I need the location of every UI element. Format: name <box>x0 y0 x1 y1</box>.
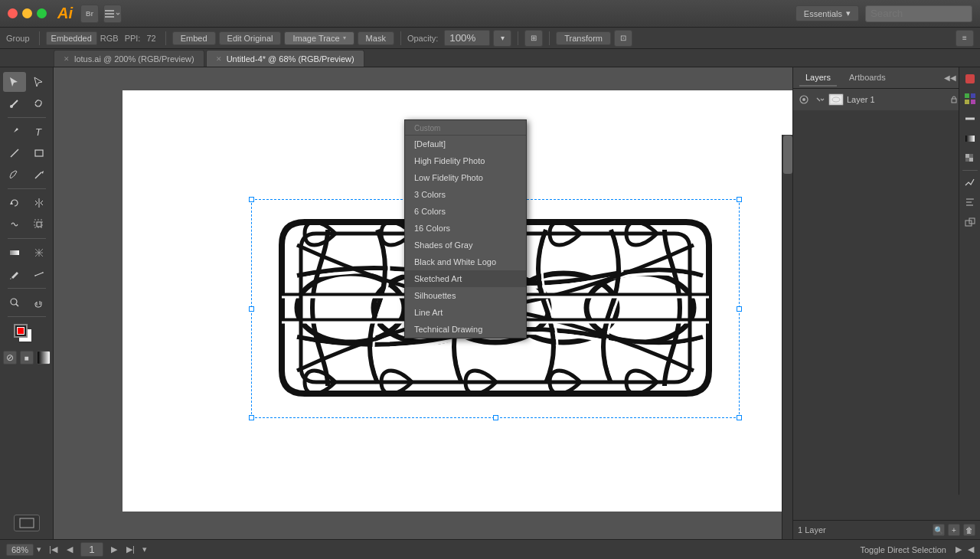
embed-button[interactable]: Embed <box>172 31 216 45</box>
layer-expand-toggle[interactable] <box>813 93 825 106</box>
pen-tool[interactable] <box>3 122 26 142</box>
status-arrow2[interactable]: ◀ <box>968 544 974 554</box>
minimize-button[interactable] <box>22 8 32 18</box>
scrollbar-thumb[interactable] <box>783 136 792 174</box>
handle-br[interactable] <box>737 415 742 420</box>
direct-selection-tool[interactable] <box>28 72 51 92</box>
gradient-panel-icon[interactable] <box>962 130 978 147</box>
eyedropper-tool[interactable] <box>3 264 26 284</box>
magic-wand-tool[interactable] <box>3 93 26 113</box>
selection-tool[interactable] <box>3 72 26 92</box>
layers-bottom-bar: 1 Layer 🔍 + 🗑 <box>793 520 980 539</box>
line-tool[interactable] <box>3 143 26 163</box>
page-nav-expand[interactable]: ▾ <box>142 544 147 554</box>
handle-tr[interactable] <box>737 197 742 202</box>
delete-layer-btn[interactable]: 🗑 <box>963 524 975 536</box>
menu-item-6-colors[interactable]: 6 Colors <box>405 203 526 220</box>
svg-rect-39 <box>965 154 969 158</box>
stroke-icon[interactable] <box>962 110 978 127</box>
next-page-btn[interactable]: ▶ <box>109 544 119 554</box>
tab-lotus[interactable]: ✕ lotus.ai @ 200% (RGB/Preview) <box>54 50 204 67</box>
screen-mode-button[interactable] <box>14 515 40 531</box>
align-options-icon[interactable]: ⊞ <box>524 30 543 47</box>
opacity-dropdown-icon[interactable]: ▾ <box>493 30 511 47</box>
paintbrush-tool[interactable] <box>3 165 26 185</box>
menu-item-bw-logo[interactable]: Black and White Logo <box>405 253 526 270</box>
mask-button[interactable]: Mask <box>358 31 394 45</box>
essentials-button[interactable]: Essentials ▾ <box>795 5 859 21</box>
zoom-tool[interactable] <box>3 293 26 312</box>
menu-item-16-colors[interactable]: 16 Colors <box>405 220 526 237</box>
add-layer-btn[interactable]: + <box>948 524 960 536</box>
edit-original-button[interactable]: Edit Original <box>219 31 282 45</box>
fill-swatch[interactable] <box>14 324 28 338</box>
rect-tool[interactable] <box>28 143 51 163</box>
color-icon[interactable]: ■ <box>20 351 34 364</box>
image-trace-button[interactable]: Image Trace ▾ <box>284 31 354 45</box>
handle-rc[interactable] <box>737 306 742 312</box>
rotate-tool[interactable] <box>3 193 26 213</box>
page-number-input[interactable] <box>80 542 103 557</box>
tab-close-icon2[interactable]: ✕ <box>216 55 222 63</box>
color-picker-icon[interactable] <box>962 70 978 87</box>
zoom-dropdown-icon[interactable]: ▾ <box>37 544 41 554</box>
transform-options-icon[interactable]: ⊡ <box>614 30 632 47</box>
menu-item-sketched-art[interactable]: Sketched Art <box>405 270 526 287</box>
lasso-tool[interactable] <box>28 93 51 113</box>
menu-item-high-fidelity[interactable]: High Fidelity Photo <box>405 152 526 169</box>
handle-bl[interactable] <box>249 415 254 420</box>
mesh-tool[interactable] <box>28 243 51 263</box>
menu-item-line-art[interactable]: Line Art <box>405 304 526 321</box>
zoom-value[interactable]: 68% <box>6 544 34 556</box>
scale-tool[interactable] <box>28 214 51 234</box>
swatches-icon[interactable] <box>962 90 978 107</box>
none-color-icon[interactable]: ⊘ <box>3 351 17 364</box>
tool-row-3: T <box>3 122 51 142</box>
menu-item-silhouettes[interactable]: Silhouettes <box>405 287 526 304</box>
opacity-input[interactable] <box>444 30 490 46</box>
warp-tool[interactable] <box>3 214 26 234</box>
tab-close-icon[interactable]: ✕ <box>64 55 70 63</box>
svg-rect-32 <box>965 74 975 83</box>
pencil-tool[interactable] <box>28 165 51 185</box>
maximize-button[interactable] <box>37 8 47 18</box>
opacity-label: Opacity: <box>407 34 438 43</box>
layer-row[interactable]: Layer 1 <box>793 89 980 110</box>
layer-visibility-toggle[interactable] <box>798 93 810 106</box>
last-page-btn[interactable]: ▶| <box>125 544 136 554</box>
stroke-options-icon[interactable] <box>962 174 978 191</box>
panel-menu-btn[interactable]: ◀◀ <box>943 71 957 85</box>
handle-lc[interactable] <box>249 306 254 312</box>
gradient-icon[interactable] <box>37 351 51 364</box>
transparency-icon[interactable] <box>962 150 978 167</box>
menu-item-3-colors[interactable]: 3 Colors <box>405 186 526 203</box>
type-tool[interactable]: T <box>28 122 51 142</box>
transform-panel-icon[interactable] <box>962 214 978 230</box>
bridge-button[interactable]: Br <box>80 5 99 23</box>
first-page-btn[interactable]: |◀ <box>47 544 59 554</box>
find-layer-btn[interactable]: 🔍 <box>933 524 945 536</box>
measure-tool[interactable] <box>28 264 51 284</box>
transform-button[interactable]: Transform <box>556 31 611 45</box>
arrange-button[interactable] <box>103 5 122 23</box>
reflect-tool[interactable] <box>28 193 51 213</box>
status-expand[interactable]: ▶ <box>956 544 962 554</box>
canvas-scrollbar[interactable] <box>782 135 792 539</box>
search-input[interactable] <box>865 5 972 22</box>
hand-tool[interactable] <box>28 293 51 312</box>
tab-layers[interactable]: Layers <box>799 70 837 87</box>
tab-artboards[interactable]: Artboards <box>843 70 892 87</box>
close-button[interactable] <box>8 8 18 18</box>
tab-untitled[interactable]: ✕ Untitled-4* @ 68% (RGB/Preview) <box>206 50 364 67</box>
gradient-tool[interactable] <box>3 243 26 263</box>
menu-item-low-fidelity[interactable]: Low Fidelity Photo <box>405 169 526 186</box>
prev-page-btn[interactable]: ◀ <box>65 544 74 554</box>
menu-item-default[interactable]: [Default] <box>405 136 526 152</box>
handle-tl[interactable] <box>249 197 254 202</box>
panel-settings-icon[interactable]: ≡ <box>956 30 974 47</box>
svg-rect-2 <box>105 16 114 18</box>
align-icon[interactable] <box>962 194 978 211</box>
menu-item-shades-gray[interactable]: Shades of Gray <box>405 237 526 253</box>
menu-item-technical-drawing[interactable]: Technical Drawing <box>405 321 526 338</box>
handle-bc[interactable] <box>493 415 498 420</box>
